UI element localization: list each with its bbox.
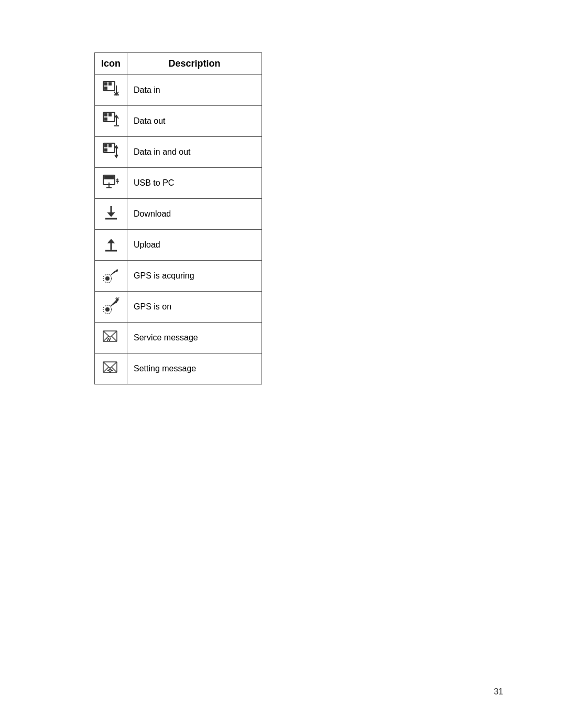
- svg-point-32: [116, 298, 118, 301]
- page-number: 31: [494, 687, 503, 697]
- svg-rect-2: [108, 82, 112, 85]
- svg-point-41: [109, 370, 111, 371]
- table-row: Setting message: [95, 354, 262, 384]
- download-icon-cell: [95, 199, 127, 230]
- data-in-icon: [102, 80, 120, 98]
- gps-acquiring-icon-cell: [95, 261, 127, 292]
- download-icon: [102, 204, 120, 222]
- table-row: W Service message: [95, 323, 262, 354]
- gps-acquiring-description: GPS is acquring: [127, 261, 262, 292]
- setting-message-icon-cell: [95, 354, 127, 384]
- gps-on-description: GPS is on: [127, 292, 262, 323]
- header-icon: Icon: [95, 53, 127, 75]
- table-row: Data out: [95, 106, 262, 137]
- download-description: Download: [127, 199, 262, 230]
- table-row: GPS is acquring: [95, 261, 262, 292]
- data-in-icon-cell: [95, 75, 127, 106]
- svg-rect-18: [104, 176, 114, 179]
- svg-text:W: W: [106, 337, 111, 342]
- svg-rect-13: [104, 144, 107, 147]
- upload-icon-cell: [95, 230, 127, 261]
- usb-icon-cell: [95, 168, 127, 199]
- data-in-out-icon: [102, 142, 120, 160]
- svg-point-31: [105, 307, 110, 312]
- table-row: Download: [95, 199, 262, 230]
- gps-on-icon-cell: [95, 292, 127, 323]
- svg-rect-3: [104, 87, 107, 90]
- data-out-icon-cell: [95, 106, 127, 137]
- svg-point-28: [105, 276, 110, 281]
- svg-rect-44: [107, 370, 108, 371]
- setting-message-description: Setting message: [127, 354, 262, 384]
- header-description: Description: [127, 53, 262, 75]
- table-row: USB to PC: [95, 168, 262, 199]
- svg-point-29: [116, 270, 118, 272]
- service-message-icon-cell: W: [95, 323, 127, 354]
- svg-rect-1: [104, 82, 107, 85]
- gps-on-icon: [102, 297, 120, 315]
- svg-rect-8: [108, 113, 112, 116]
- service-message-icon: W: [102, 328, 120, 346]
- data-out-description: Data out: [127, 106, 262, 137]
- data-in-description: Data in: [127, 75, 262, 106]
- svg-rect-15: [104, 148, 107, 152]
- table-row: GPS is on: [95, 292, 262, 323]
- svg-rect-42: [110, 368, 111, 369]
- data-out-icon: [102, 111, 120, 129]
- svg-rect-14: [108, 144, 112, 147]
- upload-description: Upload: [127, 230, 262, 261]
- usb-to-pc-icon: [102, 173, 120, 191]
- gps-acquiring-icon: [102, 266, 120, 284]
- svg-rect-9: [104, 117, 107, 121]
- svg-rect-45: [112, 370, 113, 371]
- table-row: Data in: [95, 75, 262, 106]
- table-row: Data in and out: [95, 137, 262, 168]
- table-row: Upload: [95, 230, 262, 261]
- data-in-out-icon-cell: [95, 137, 127, 168]
- page-container: Icon Description: [0, 0, 566, 437]
- svg-rect-7: [104, 113, 107, 116]
- icon-table: Icon Description: [94, 52, 262, 384]
- data-in-out-description: Data in and out: [127, 137, 262, 168]
- upload-icon: [102, 235, 120, 253]
- usb-to-pc-description: USB to PC: [127, 168, 262, 199]
- svg-rect-43: [110, 372, 111, 373]
- setting-message-icon: [102, 359, 120, 377]
- service-message-description: Service message: [127, 323, 262, 354]
